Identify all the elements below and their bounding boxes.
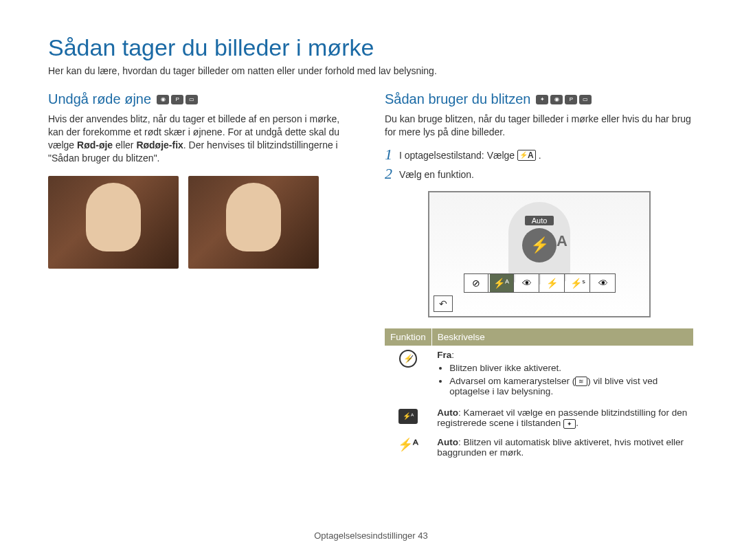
smart-icon: ✦ xyxy=(536,95,548,104)
lcd-preview: Auto ⚡A ⊘ ⚡ᴬ 👁 ⚡ ⚡ˢ 👁 ↶ xyxy=(428,191,651,317)
camera-icon: ◉ xyxy=(157,95,169,104)
step-2-text: Vælg en funktion. xyxy=(399,166,474,180)
bold-red-eye: Rød-øje xyxy=(77,139,113,150)
camera-icon: ◉ xyxy=(550,95,563,104)
footer-page-number: 43 xyxy=(418,530,427,541)
scene-icon: ▭ xyxy=(186,95,198,104)
desc-off-cell: Fra: Blitzen bliver ikke aktiveret. Adva… xyxy=(431,346,693,403)
flash-auto-icon: A xyxy=(517,150,536,161)
row-auto-a-text: : Blitzen vil automatisk blive aktiveret… xyxy=(437,437,684,458)
flash-option-row: ⊘ ⚡ᴬ 👁 ⚡ ⚡ˢ 👁 xyxy=(464,273,616,293)
flash-auto-a-icon[interactable]: ⚡ᴬ xyxy=(490,274,514,292)
page-footer: Optagelselsesindstillinger 43 xyxy=(0,530,742,541)
program-icon: P xyxy=(171,95,183,104)
table-row: ⚡ᴬ Auto: Kameraet vil vælge en passende … xyxy=(385,403,694,432)
red-eye-body: Hvis der anvendes blitz, når du tager et… xyxy=(48,113,357,165)
intro-text: Her kan du lære, hvordan du tager billed… xyxy=(48,65,694,76)
table-row: ⚡̸ Fra: Blitzen bliver ikke aktiveret. A… xyxy=(385,346,694,403)
func-auto-a-cell: ⚡ᴬ xyxy=(385,433,431,462)
desc-auto-scene-cell: Auto: Kameraet vil vælge en passende bli… xyxy=(431,403,693,432)
shake-icon: ≋ xyxy=(575,377,587,386)
mode-icons-left: ◉ P ▭ xyxy=(157,95,198,104)
flash-redeye-icon[interactable]: 👁 xyxy=(515,274,539,292)
right-column: Sådan bruger du blitzen ✦ ◉ P ▭ Du kan b… xyxy=(385,91,694,462)
footer-label: Optagelselsesindstillinger xyxy=(314,530,415,541)
program-icon: P xyxy=(565,95,577,104)
flash-auto-scene-icon: ⚡ᴬ xyxy=(398,409,418,424)
th-function: Funktion xyxy=(385,328,431,346)
step-1: 1 I optagelsestilstand: Vælge A . xyxy=(385,147,694,162)
heading-flash: Sådan bruger du blitzen ✦ ◉ P ▭ xyxy=(385,91,694,107)
page-title: Sådan tager du billeder i mørke xyxy=(48,34,694,61)
steps-list: 1 I optagelsestilstand: Vælge A . 2 Vælg… xyxy=(385,147,694,181)
lcd-auto-label: Auto xyxy=(525,216,554,225)
left-column: Undgå røde øjne ◉ P ▭ Hvis der anvendes … xyxy=(48,91,357,462)
func-off-cell: ⚡̸ xyxy=(385,346,431,403)
th-description: Beskrivelse xyxy=(431,328,693,346)
bold-red-eye-fix: Rødøje-fix xyxy=(136,139,183,150)
flash-body: Du kan bruge blitzen, når du tager bille… xyxy=(385,113,694,139)
flash-table: Funktion Beskrivelse ⚡̸ Fra: Blitzen bli… xyxy=(385,328,694,462)
flash-off-icon[interactable]: ⊘ xyxy=(464,274,488,292)
heading-red-eye-label: Undgå røde øjne xyxy=(48,91,151,107)
photo-red-eye-after xyxy=(188,176,319,269)
func-auto-scene-cell: ⚡ᴬ xyxy=(385,403,431,432)
scene-icon: ▭ xyxy=(579,95,592,104)
row-auto-a-bold: Auto xyxy=(437,437,458,447)
step-2: 2 Vælg en funktion. xyxy=(385,166,694,181)
back-button[interactable]: ↶ xyxy=(434,295,453,312)
flash-on-icon[interactable]: ⚡ xyxy=(541,274,565,292)
flash-big-icon: ⚡A xyxy=(522,228,556,262)
heading-red-eye: Undgå røde øjne ◉ P ▭ xyxy=(48,91,357,107)
heading-flash-label: Sådan bruger du blitzen xyxy=(385,91,530,107)
flash-off-icon: ⚡̸ xyxy=(399,350,417,368)
step-1-text: I optagelsestilstand: Vælge xyxy=(399,150,515,161)
table-row: ⚡ᴬ Auto: Blitzen vil automatisk blive ak… xyxy=(385,433,694,462)
row-auto-scene-text: : Kameraet vil vælge en passende blitzin… xyxy=(437,407,687,428)
row-auto-scene-bold: Auto xyxy=(437,407,458,418)
step-number-1: 1 xyxy=(385,147,392,162)
desc-auto-a-cell: Auto: Blitzen vil automatisk blive aktiv… xyxy=(431,433,693,462)
step-1-suffix: . xyxy=(539,150,541,161)
row-off-bullet-2: Advarsel om kamerarystelser (≋) vil bliv… xyxy=(449,376,688,396)
row-off-title: Fra xyxy=(437,350,451,360)
flash-redeye-fix-icon[interactable]: 👁 xyxy=(592,274,615,292)
step-number-2: 2 xyxy=(385,166,392,181)
body-mid: eller xyxy=(113,139,136,150)
example-photos xyxy=(48,176,357,269)
row-off-bullet-1: Blitzen bliver ikke aktiveret. xyxy=(449,363,688,373)
row-auto-scene-suffix: . xyxy=(576,418,578,428)
flash-slow-icon[interactable]: ⚡ˢ xyxy=(566,274,590,292)
smart-mode-icon: ✦ xyxy=(563,419,576,429)
mode-icons-right: ✦ ◉ P ▭ xyxy=(536,95,592,104)
photo-red-eye-before xyxy=(48,176,179,269)
flash-auto-a-icon: ⚡ᴬ xyxy=(398,438,418,451)
